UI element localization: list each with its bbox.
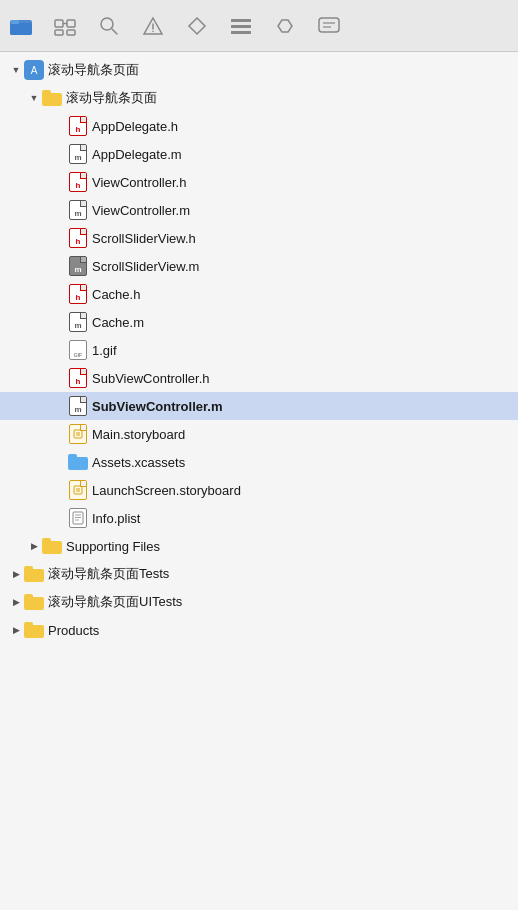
gif-icon: GIF — [68, 340, 88, 360]
svg-rect-15 — [231, 25, 251, 28]
svg-line-9 — [112, 29, 117, 34]
m-icon-viewcontroller: m — [68, 200, 88, 220]
plist-icon — [68, 508, 88, 528]
h-icon-appdelegate: h — [68, 116, 88, 136]
svg-rect-2 — [11, 20, 19, 24]
label-scrollsliderview-m: ScrollSliderView.m — [92, 259, 199, 274]
svg-rect-24 — [73, 512, 83, 524]
svg-rect-14 — [231, 19, 251, 22]
warning-nav-icon[interactable] — [140, 13, 166, 39]
h-icon-subviewcontroller: h — [68, 368, 88, 388]
m-icon-subviewcontroller: m — [68, 396, 88, 416]
tree-item-scrollsliderview-h[interactable]: h ScrollSliderView.h — [0, 224, 518, 252]
tree-item-assets-xcassets[interactable]: Assets.xcassets — [0, 448, 518, 476]
folder-uitests-icon — [24, 592, 44, 612]
toolbar — [0, 0, 518, 52]
tree-item-launchscreen-storyboard[interactable]: LaunchScreen.storyboard — [0, 476, 518, 504]
disclosure-main-folder[interactable] — [26, 90, 42, 106]
tree-item-cache-h[interactable]: h Cache.h — [0, 280, 518, 308]
tree-item-appdelegate-m[interactable]: m AppDelegate.m — [0, 140, 518, 168]
list-nav-icon[interactable] — [228, 13, 254, 39]
label-viewcontroller-h: ViewController.h — [92, 175, 186, 190]
tree-item-main-folder[interactable]: 滚动导航条页面 — [0, 84, 518, 112]
svg-point-8 — [101, 18, 113, 30]
tree-item-products-folder[interactable]: Products — [0, 616, 518, 644]
label-uitests-folder: 滚动导航条页面UITests — [48, 593, 182, 611]
tree-item-info-plist[interactable]: Info.plist — [0, 504, 518, 532]
label-launchscreen-storyboard: LaunchScreen.storyboard — [92, 483, 241, 498]
chat-nav-icon[interactable] — [316, 13, 342, 39]
label-cache-h: Cache.h — [92, 287, 140, 302]
folder-products-icon — [24, 620, 44, 640]
tree-item-main-storyboard[interactable]: Main.storyboard — [0, 420, 518, 448]
h-icon-cache: h — [68, 284, 88, 304]
label-appdelegate-m: AppDelegate.m — [92, 147, 182, 162]
label-products-folder: Products — [48, 623, 99, 638]
svg-rect-16 — [231, 31, 251, 34]
file-tree: A 滚动导航条页面 滚动导航条页面 h AppDelegate.h m — [0, 52, 518, 910]
tree-item-subviewcontroller-h[interactable]: h SubViewController.h — [0, 364, 518, 392]
tag-nav-icon[interactable] — [272, 13, 298, 39]
storyboard-launch-icon — [68, 480, 88, 500]
svg-rect-3 — [55, 20, 63, 27]
folder-tests-icon — [24, 564, 44, 584]
svg-rect-6 — [67, 30, 75, 35]
svg-point-12 — [152, 30, 154, 32]
label-supporting-files: Supporting Files — [66, 539, 160, 554]
graph-nav-icon[interactable] — [52, 13, 78, 39]
label-main-folder: 滚动导航条页面 — [66, 89, 157, 107]
tree-item-tests-folder[interactable]: 滚动导航条页面Tests — [0, 560, 518, 588]
label-main-storyboard: Main.storyboard — [92, 427, 185, 442]
label-cache-m: Cache.m — [92, 315, 144, 330]
label-appdelegate-h: AppDelegate.h — [92, 119, 178, 134]
label-scrollsliderview-h: ScrollSliderView.h — [92, 231, 196, 246]
svg-rect-1 — [10, 23, 32, 35]
svg-rect-23 — [76, 488, 80, 492]
svg-rect-17 — [319, 18, 339, 32]
label-root-project: 滚动导航条页面 — [48, 61, 139, 79]
m-icon-appdelegate: m — [68, 144, 88, 164]
svg-rect-4 — [67, 20, 75, 27]
app-window: A 滚动导航条页面 滚动导航条页面 h AppDelegate.h m — [0, 0, 518, 910]
label-tests-folder: 滚动导航条页面Tests — [48, 565, 169, 583]
xcassets-icon — [68, 452, 88, 472]
search-nav-icon[interactable] — [96, 13, 122, 39]
tree-item-subviewcontroller-m[interactable]: m SubViewController.m — [0, 392, 518, 420]
svg-marker-13 — [189, 18, 205, 34]
tree-item-cache-m[interactable]: m Cache.m — [0, 308, 518, 336]
folder-supporting-icon — [42, 536, 62, 556]
h-icon-viewcontroller: h — [68, 172, 88, 192]
svg-rect-5 — [55, 30, 63, 35]
h-icon-scrollsliderview: h — [68, 228, 88, 248]
m-dark-icon-scrollsliderview: m — [68, 256, 88, 276]
tree-item-viewcontroller-m[interactable]: m ViewController.m — [0, 196, 518, 224]
folder-main-icon — [42, 88, 62, 108]
label-subviewcontroller-h: SubViewController.h — [92, 371, 210, 386]
app-icon: A — [24, 60, 44, 80]
tree-item-uitests-folder[interactable]: 滚动导航条页面UITests — [0, 588, 518, 616]
disclosure-products-folder[interactable] — [8, 622, 24, 638]
tree-item-viewcontroller-h[interactable]: h ViewController.h — [0, 168, 518, 196]
label-info-plist: Info.plist — [92, 511, 140, 526]
tree-item-root-project[interactable]: A 滚动导航条页面 — [0, 56, 518, 84]
tree-item-appdelegate-h[interactable]: h AppDelegate.h — [0, 112, 518, 140]
disclosure-root-project[interactable] — [8, 62, 24, 78]
storyboard-main-icon — [68, 424, 88, 444]
label-viewcontroller-m: ViewController.m — [92, 203, 190, 218]
label-assets-xcassets: Assets.xcassets — [92, 455, 185, 470]
label-subviewcontroller-m: SubViewController.m — [92, 399, 223, 414]
disclosure-supporting-files[interactable] — [26, 538, 42, 554]
disclosure-tests-folder[interactable] — [8, 566, 24, 582]
tree-item-scrollsliderview-m[interactable]: m ScrollSliderView.m — [0, 252, 518, 280]
m-icon-cache: m — [68, 312, 88, 332]
tree-item-supporting-files[interactable]: Supporting Files — [0, 532, 518, 560]
tree-item-gif[interactable]: GIF 1.gif — [0, 336, 518, 364]
folder-nav-icon[interactable] — [8, 13, 34, 39]
label-gif: 1.gif — [92, 343, 117, 358]
disclosure-uitests-folder[interactable] — [8, 594, 24, 610]
svg-rect-21 — [76, 432, 80, 436]
diamond-nav-icon[interactable] — [184, 13, 210, 39]
